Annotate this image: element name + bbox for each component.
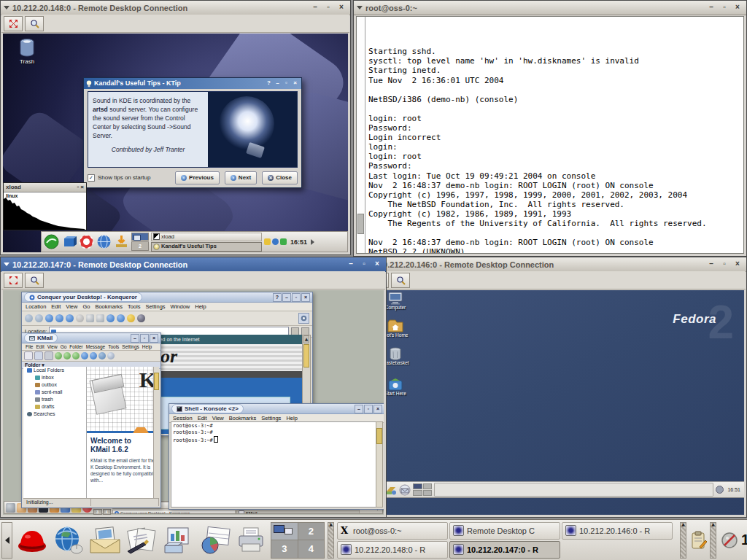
menu-item[interactable]: Settings [145,303,165,310]
menu-item[interactable]: Go [61,344,67,349]
titlebar-xload[interactable]: xload ▫× [4,183,86,192]
folder-item[interactable]: sent-mail [23,389,86,396]
lock-icon[interactable] [127,314,135,322]
panel-clock[interactable]: 16:51 [289,238,309,246]
taskbar-item[interactable]: Remote Desktop C [449,522,560,540]
save-icon[interactable] [34,351,43,360]
close-button[interactable]: × [374,405,382,413]
help-lifering-icon[interactable] [79,234,94,249]
menu-item[interactable]: Edit [36,344,44,349]
find-icon[interactable] [137,314,145,322]
menu-item[interactable]: Settings [261,415,281,421]
clipboard-icon[interactable] [691,531,707,550]
workspace-3[interactable] [413,490,422,496]
menu-item[interactable]: File [26,344,33,349]
maximize-button[interactable]: ▫ [719,3,730,12]
email-launcher-icon[interactable] [399,484,411,496]
titlebar-kmail[interactable]: KMail – ▫ × [22,333,160,343]
minimize-button[interactable]: – [309,3,321,12]
scrollbar-thumb[interactable] [154,373,159,390]
tray-icon[interactable] [716,486,724,494]
maximize-button[interactable]: ▫ [719,260,730,269]
terminal-content[interactable]: Starting sshd.sysctl: top level name 'hw… [356,16,744,254]
titlebar-konqueror[interactable]: Conquer your Desktop! - Konqueror ? – ▫ … [22,292,312,303]
stop-icon[interactable] [76,314,84,322]
menu-item[interactable]: Window [171,303,190,310]
maximize-button[interactable]: ▫ [282,79,290,88]
minimize-button[interactable]: – [274,79,282,88]
word-processor-launcher[interactable] [125,524,158,557]
panel-expand-icon[interactable] [311,239,314,245]
scroll-up-icon[interactable]: ▲ [303,335,309,343]
new-message-icon[interactable] [24,351,33,360]
taskbar-item[interactable]: Kandalf's Useful Tips [151,242,262,252]
maximize-button[interactable]: ▫ [322,3,334,12]
taskbar-item[interactable]: KMail [236,510,360,513]
folder-item[interactable]: drafts [23,403,86,411]
zoom-button[interactable] [25,16,44,31]
suse-menu-icon[interactable] [44,234,59,249]
minimize-button[interactable]: – [355,405,363,413]
close-button[interactable]: × [291,79,299,88]
applet-handle[interactable]: ▲ [328,522,334,559]
email-launcher[interactable] [88,524,122,557]
konsole-scrollbar[interactable] [376,421,383,508]
workspace-1[interactable] [413,483,422,489]
taskbar-item[interactable]: 10.212.20.147:0 - R [449,541,560,559]
folder-item[interactable]: outbox [23,381,86,389]
menu-item[interactable]: Folder [69,344,82,349]
maximize-button[interactable]: ▫ [77,184,79,191]
tray-icon-globe[interactable] [272,238,279,245]
up-icon[interactable] [45,314,53,322]
cube-icon[interactable] [61,234,77,249]
taskbar-item[interactable]: Conquer your Desktop! - Konqueror [112,510,236,513]
presentation-launcher[interactable] [161,524,195,557]
next-button[interactable]: ›Next [225,171,257,184]
taskbar-item[interactable]: root@oss-0:~ [337,522,448,540]
taskbar-item[interactable]: 10.212.20.148:0 - R [337,541,448,559]
download-icon[interactable] [114,234,129,249]
workspace-2[interactable]: 2 [298,523,325,540]
menu-item[interactable]: Location [26,303,46,310]
zoom-button[interactable] [391,273,410,288]
workspace-1[interactable] [131,233,149,241]
back-icon[interactable] [81,352,88,359]
clock[interactable]: 16:51 [741,532,747,548]
close-button[interactable]: × [371,260,383,269]
close-button[interactable]: × [80,184,84,191]
print-icon[interactable] [86,314,94,322]
workspace-4[interactable]: 4 [103,509,112,515]
scrollbar-thumb[interactable] [376,428,382,444]
close-button[interactable]: × [150,334,158,343]
printer-launcher[interactable] [234,524,268,557]
window-menu-icon[interactable] [357,6,363,9]
workspace-2[interactable] [423,483,433,489]
menu-item[interactable]: Bookmarks [229,415,257,421]
terminal-scrollbar[interactable] [357,17,365,253]
window-menu-icon[interactable] [4,262,9,266]
close-button[interactable]: × [732,3,743,12]
menu-item[interactable]: View [66,303,77,310]
konsole-content[interactable]: root@oss-3:~#root@oss-3:~# root@oss-3:~# [171,421,377,508]
close-button[interactable]: ×Close [262,171,298,184]
menu-item[interactable]: Go [82,303,90,310]
taskbar-item[interactable]: 10.212.20.146:0 - R [562,522,673,540]
zoom-in-icon[interactable] [107,314,115,322]
previous-button[interactable]: ‹Previous [175,171,220,184]
titlebar-rdp-146[interactable]: 10.212.20.146:0 - Remote Desktop Connect… [367,257,746,272]
search-icon[interactable] [107,352,115,359]
minimize-button[interactable]: – [131,334,139,343]
applet-handle[interactable]: ▲ [710,522,716,559]
main-menu-button[interactable] [15,524,49,557]
fullscreen-button[interactable] [4,16,23,31]
zoom-out-icon[interactable] [117,314,125,322]
folder-item[interactable]: Searches [23,411,86,418]
menu-item[interactable]: View [47,344,58,349]
workspace-3[interactable]: 3 [93,509,102,515]
menu-item[interactable]: Bookmarks [95,303,123,310]
menu-item[interactable]: Settings [122,344,139,349]
menu-item[interactable]: Help [142,344,152,349]
home-icon[interactable] [55,314,63,322]
settings-gear-icon[interactable] [6,503,15,513]
address-book-icon[interactable] [98,352,106,359]
